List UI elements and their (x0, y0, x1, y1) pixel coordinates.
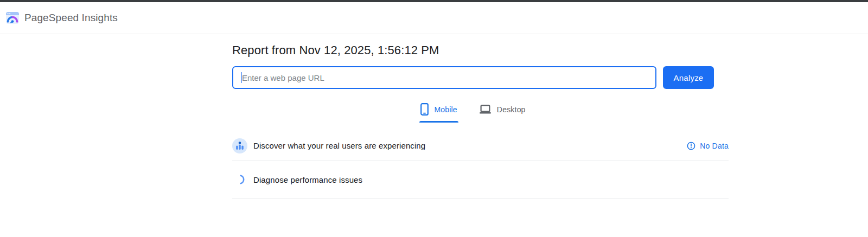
no-data-status-badge[interactable]: No Data (687, 142, 729, 150)
url-input-wrap (232, 66, 656, 89)
real-users-icon (232, 138, 247, 153)
field-data-section-header: Discover what your real users are experi… (232, 131, 729, 161)
url-search-row: Analyze (232, 66, 714, 89)
pagespeed-logo-icon (5, 11, 20, 25)
report-main: Report from Nov 12, 2025, 1:56:12 PM Ana… (232, 34, 729, 198)
no-data-label: No Data (700, 142, 729, 150)
field-data-title-group: Discover what your real users are experi… (232, 138, 425, 153)
field-data-title: Discover what your real users are experi… (253, 141, 425, 150)
url-input[interactable] (232, 66, 656, 89)
text-caret (241, 72, 242, 83)
error-outline-icon (687, 142, 695, 150)
tab-desktop-label: Desktop (497, 105, 526, 114)
app-title: PageSpeed Insights (24, 12, 118, 24)
lab-data-title: Diagnose performance issues (253, 175, 362, 184)
report-heading: Report from Nov 12, 2025, 1:56:12 PM (232, 43, 729, 57)
loading-arc-icon (232, 175, 247, 184)
lab-data-section-header: Diagnose performance issues (232, 161, 729, 198)
analyze-button[interactable]: Analyze (663, 66, 714, 89)
tab-desktop[interactable]: Desktop (478, 102, 527, 123)
smartphone-icon (420, 103, 429, 116)
laptop-icon (479, 105, 492, 114)
device-tabs: Mobile Desktop (232, 102, 714, 123)
brand-home-link[interactable]: PageSpeed Insights (5, 11, 118, 25)
tab-mobile[interactable]: Mobile (419, 102, 458, 123)
app-header: PageSpeed Insights (0, 2, 868, 34)
tab-mobile-label: Mobile (434, 105, 457, 114)
